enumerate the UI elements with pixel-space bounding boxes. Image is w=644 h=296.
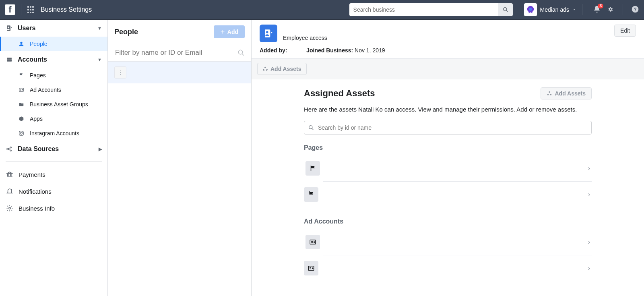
nav-label: Pages [30, 72, 46, 79]
svg-text:?: ? [634, 6, 636, 12]
sidebar-item-pages[interactable]: Pages [0, 68, 107, 83]
svg-rect-7 [7, 58, 12, 59]
svg-point-30 [266, 31, 268, 33]
people-filter-input[interactable] [114, 48, 237, 57]
ad-account-icon [304, 261, 318, 275]
sidebar: Users ▼ People Accounts ▼ Pages [0, 20, 108, 296]
chevron-right-icon: ▶ [99, 147, 102, 152]
instagram-icon [18, 130, 25, 136]
ad-account-icon [18, 87, 25, 93]
nav-label: Instagram Accounts [30, 130, 79, 137]
assigned-assets-title: Assigned Assets [304, 88, 375, 99]
nav-section-accounts[interactable]: Accounts ▼ [0, 51, 107, 68]
svg-point-16 [7, 148, 9, 150]
joined-value: Nov 1, 2019 [355, 47, 385, 54]
asset-row-ad-account[interactable]: › [323, 255, 592, 281]
add-label: Add [227, 29, 238, 35]
nav-label: Business Info [19, 205, 55, 212]
divider [6, 161, 102, 162]
cube-icon [18, 116, 25, 122]
search-icon [308, 125, 314, 130]
sidebar-item-apps[interactable]: Apps [0, 112, 107, 126]
edit-button[interactable]: Edit [614, 25, 636, 37]
asset-row-page[interactable]: › [323, 181, 592, 207]
facebook-logo[interactable]: f [5, 4, 15, 15]
people-column: People Add ⋮ [108, 20, 252, 296]
svg-rect-8 [7, 59, 12, 61]
svg-point-48 [312, 268, 313, 269]
users-icon [6, 25, 13, 32]
flag-icon [305, 161, 320, 176]
flag-icon [18, 72, 25, 78]
sidebar-item-ad-accounts[interactable]: Ad Accounts [0, 83, 107, 97]
svg-line-20 [8, 149, 10, 150]
nav-label: People [30, 41, 47, 47]
help-button[interactable]: ? [631, 5, 639, 14]
person-row[interactable]: ⋮ [108, 62, 251, 83]
assets-icon [547, 91, 552, 96]
search-icon [237, 49, 245, 56]
account-switcher[interactable]: Median ads [524, 3, 576, 16]
sidebar-item-people[interactable]: People [0, 37, 107, 51]
gear-icon [6, 205, 14, 212]
svg-point-18 [10, 150, 11, 151]
chevron-right-icon: › [588, 238, 590, 246]
svg-point-2 [529, 8, 532, 10]
svg-point-5 [8, 27, 9, 28]
account-logo [524, 3, 537, 16]
search-input[interactable] [349, 3, 498, 16]
sidebar-item-payments[interactable]: Payments [0, 166, 107, 183]
asset-search[interactable] [304, 121, 592, 135]
detail-role: Employee access [283, 35, 327, 41]
svg-point-14 [21, 132, 23, 135]
svg-line-1 [506, 10, 508, 12]
person-icon [18, 41, 25, 47]
svg-point-37 [309, 126, 312, 129]
sidebar-item-business-asset-groups[interactable]: Business Asset Groups [0, 97, 107, 112]
people-heading: People [114, 28, 138, 36]
gear-icon [607, 5, 615, 13]
added-by-label: Added by: [260, 47, 287, 54]
add-assets-button-bar[interactable]: Add Assets [257, 63, 307, 75]
nav-section-data-sources[interactable]: Data Sources ▶ [0, 141, 107, 157]
add-people-button[interactable]: Add [214, 25, 245, 38]
help-icon: ? [631, 5, 639, 13]
nav-label: Apps [30, 116, 43, 122]
svg-point-26 [11, 189, 12, 190]
nav-section-users[interactable]: Users ▼ [0, 20, 107, 37]
svg-line-38 [312, 128, 314, 130]
detail-meta: Added by: Joined Business: Nov 1, 2019 [252, 47, 644, 58]
plus-icon [220, 29, 225, 34]
divider [582, 4, 582, 15]
nav-label: Business Asset Groups [30, 101, 88, 108]
sidebar-item-business-info[interactable]: Business Info [0, 200, 107, 217]
svg-point-35 [550, 94, 552, 95]
apps-menu-icon[interactable] [27, 6, 34, 13]
settings-button[interactable] [607, 5, 615, 14]
folder-icon [18, 101, 25, 107]
asset-section-ad-accounts: Ad Accounts [304, 218, 592, 225]
search-wrap [349, 3, 513, 16]
notifications-button[interactable]: 3 [593, 5, 601, 14]
avatar: ⋮ [114, 66, 126, 79]
account-name: Median ads [540, 6, 569, 13]
nav-label: Accounts [18, 56, 47, 63]
topbar: f Business Settings Median ads 3 ? [0, 0, 644, 20]
divider [21, 4, 21, 15]
svg-line-19 [8, 148, 10, 149]
svg-point-12 [22, 89, 23, 90]
asset-search-input[interactable] [317, 124, 587, 131]
asset-row-ad-account[interactable]: › [304, 229, 592, 255]
search-icon [503, 7, 508, 12]
chevron-right-icon: › [588, 265, 590, 272]
search-button[interactable] [498, 3, 513, 16]
svg-point-27 [9, 207, 11, 209]
svg-point-28 [238, 50, 243, 54]
sidebar-item-instagram[interactable]: Instagram Accounts [0, 126, 107, 141]
sidebar-item-notifications[interactable]: Notifications [0, 183, 107, 200]
asset-row-page[interactable]: › [304, 155, 592, 181]
svg-point-33 [264, 67, 266, 68]
divider [623, 4, 623, 15]
add-assets-button[interactable]: Add Assets [541, 87, 592, 99]
detail-panel: Employee access Edit Added by: Joined Bu… [252, 20, 644, 296]
